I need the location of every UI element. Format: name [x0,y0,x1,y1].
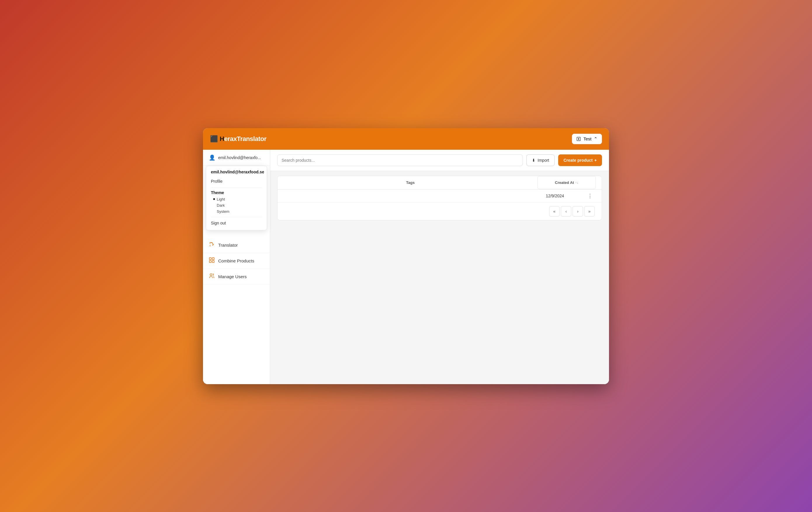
svg-rect-3 [212,258,214,260]
theme-options: Light Dark System [213,196,262,215]
import-icon: ⬇ [532,158,535,162]
svg-rect-5 [212,260,214,263]
svg-text:A: A [209,244,211,247]
combine-products-label: Combine Products [218,258,254,263]
theme-dark[interactable]: Dark [213,202,262,208]
svg-point-6 [210,273,212,276]
search-input[interactable] [277,154,523,166]
header-right: Test ⌃ [572,134,602,144]
prev-page-button[interactable]: ‹ [561,206,571,217]
building-icon [576,137,581,141]
tags-column-label: Tags [406,180,414,185]
theme-system-label: System [217,209,229,214]
org-name: Test [583,136,591,141]
td-name [283,192,405,200]
toolbar: ⬇ Import Create product + [270,150,609,171]
combine-icon [209,257,215,265]
main-layout: 👤 emil.hovlind@heraxfo... emil.hovlind@h… [203,150,609,384]
theme-light-bullet [213,198,215,200]
sidebar-item-manage-users[interactable]: Manage Users [203,269,270,284]
theme-light[interactable]: Light [213,196,262,202]
user-email: emil.hovlind@heraxfo... [218,155,261,160]
sign-out-button[interactable]: Sign out [211,219,262,227]
create-product-button[interactable]: Create product + [558,154,602,166]
td-tags [405,192,526,200]
sidebar-user-header[interactable]: 👤 emil.hovlind@heraxfo... [203,150,270,166]
sort-icon: ↑↓ [575,181,578,184]
logo: ⬛ HeraxTranslator [210,135,266,143]
theme-system[interactable]: System [213,208,262,215]
users-icon [209,273,215,280]
table-header: Tags Created At ↑↓ [278,176,602,189]
manage-users-label: Manage Users [218,274,247,279]
next-page-button[interactable]: › [573,206,583,217]
plus-icon: + [594,158,597,162]
first-page-button[interactable]: « [549,206,560,217]
app-title: HeraxTranslator [220,135,266,143]
created-at-column-label: Created At [555,180,574,185]
td-date: 12/9/2024 [526,189,584,202]
theme-dark-label: Dark [217,203,225,208]
import-button[interactable]: ⬇ Import [526,154,555,166]
pagination: « ‹ › » [278,203,602,220]
table-row: 12/9/2024 ⋮ [278,189,602,203]
create-product-label: Create product [563,158,592,162]
header: ⬛ HeraxTranslator Test ⌃ [203,128,609,150]
sidebar: 👤 emil.hovlind@heraxfo... emil.hovlind@h… [203,150,270,384]
chevron-down-icon: ⌃ [594,136,598,142]
last-page-button[interactable]: » [584,206,595,217]
profile-link[interactable]: Profile [211,177,262,185]
th-created-at[interactable]: Created At ↑↓ [538,176,596,189]
sidebar-item-combine-products[interactable]: Combine Products [203,253,270,269]
translator-label: Translator [218,243,238,247]
svg-rect-2 [209,258,211,260]
org-selector[interactable]: Test ⌃ [572,134,602,144]
td-actions: ⋮ [584,191,596,200]
theme-light-label: Light [217,197,225,202]
th-tags: Tags [283,176,538,189]
user-icon: 👤 [209,154,215,161]
svg-rect-4 [209,260,211,263]
nav-items: A Translator Combine Products [203,235,270,287]
dropdown-divider-2 [211,217,262,217]
table-container: Tags Created At ↑↓ 12/9/2024 ⋮ [277,176,602,220]
row-more-button[interactable]: ⋮ [586,191,594,200]
logo-icon: ⬛ [210,135,218,143]
dropdown-email: emil.hovlind@heraxfood.se [211,170,262,174]
translate-icon: A [209,241,215,249]
import-label: Import [538,158,549,162]
dropdown-divider [211,188,262,188]
empty-content [270,225,609,384]
theme-label: Theme [211,190,262,195]
app-window: ⬛ HeraxTranslator Test ⌃ 👤 emil.hovlind@… [203,128,609,384]
content-area: ⬇ Import Create product + Tags Created A… [270,150,609,384]
sidebar-item-translator[interactable]: A Translator [203,237,270,253]
user-dropdown-menu: emil.hovlind@heraxfood.se Profile Theme … [206,166,267,230]
